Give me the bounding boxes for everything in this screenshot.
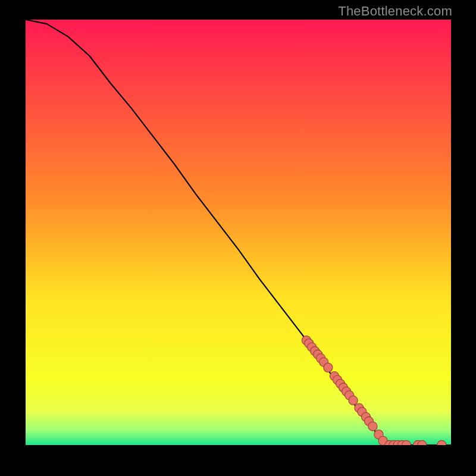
chart-frame: TheBottleneck.com	[0, 0, 476, 476]
data-marker	[368, 422, 377, 431]
data-marker	[349, 396, 358, 405]
chart-svg	[26, 20, 451, 445]
data-marker	[324, 363, 333, 372]
plot-area	[26, 20, 451, 445]
gradient-background	[26, 20, 451, 445]
attribution-label: TheBottleneck.com	[338, 4, 452, 19]
